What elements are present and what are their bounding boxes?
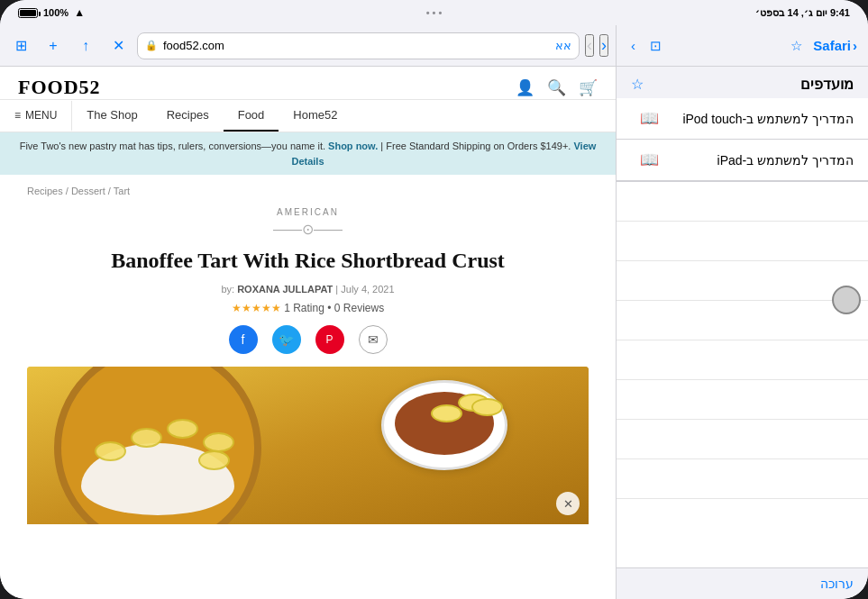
site-header: FOOD52 👤 🔍 🛒 (0, 67, 616, 100)
sidebar-star-icon: ☆ (631, 76, 644, 93)
wifi-icon: ▲ (74, 6, 85, 19)
sidebar-item-ipod-label: המדריך למשתמש ב-iPod touch (682, 112, 854, 126)
author-name: ROXANA JULLAPAT (237, 284, 333, 295)
empty-line-5 (617, 340, 868, 380)
new-tab-button[interactable]: + (40, 32, 67, 59)
search-icon[interactable]: 🔍 (547, 78, 566, 97)
cart-icon[interactable]: 🛒 (579, 78, 598, 97)
social-share: f 🐦 P ✉ (27, 325, 589, 354)
rating-stars: ★★★★★ (232, 302, 281, 314)
safari-arrow-icon: › (853, 38, 857, 53)
article-rating: ★★★★★ 1 Rating • 0 Reviews (27, 302, 589, 314)
battery-percent: 100% (43, 7, 69, 18)
breadcrumb: Recipes / Dessert / Tart (27, 186, 589, 196)
article-decoration: ——⊙—— (27, 221, 589, 238)
nav-home52[interactable]: Home52 (279, 100, 352, 132)
user-icon[interactable]: 👤 (516, 78, 535, 97)
status-left: 100% ▲ (18, 6, 85, 19)
sidebar-toolbar-left: ‹ ⊡ (627, 34, 665, 58)
site-nav: ≡ MENU The Shop Recipes Food Home52 (0, 100, 616, 132)
sidebar-toolbar: ‹ ⊡ ☆ Safari › (617, 25, 868, 67)
sidebar-empty-lines (617, 181, 868, 567)
email-share-button[interactable]: ✉ (359, 325, 388, 354)
nav-the-shop[interactable]: The Shop (72, 100, 151, 132)
article-title: Banoffee Tart With Rice Shortbread Crust (27, 247, 589, 275)
status-dots: • • • (426, 7, 443, 18)
facebook-share-button[interactable]: f (229, 325, 258, 354)
tabs-button[interactable]: ⊞ (7, 32, 34, 59)
article-meta: by: ROXANA JULLAPAT | July 4, 2021 (27, 284, 589, 295)
empty-line-8 (617, 459, 868, 499)
sidebar-content: מועדפים ☆ המדריך למשתמש ב-iPod touch 📖 ה… (617, 67, 868, 599)
sidebar-section-header: מועדפים ☆ (617, 67, 868, 98)
sidebar-toggle-button[interactable]: ⊡ (646, 34, 665, 58)
promo-banner: Five Two's new pastry mat has tips, rule… (0, 132, 616, 175)
sidebar-item-ipad-label: המדריך למשתמש ב-iPad (717, 153, 854, 168)
url-bar[interactable]: 🔒 food52.com אא (137, 32, 580, 59)
sidebar-item-ipod-icon: 📖 (640, 109, 659, 128)
battery-icon (18, 8, 38, 18)
empty-line-2 (617, 222, 868, 261)
nav-menu[interactable]: ≡ MENU (0, 101, 72, 132)
empty-line-7 (617, 420, 868, 459)
empty-line-6 (617, 380, 868, 420)
twitter-share-button[interactable]: 🐦 (272, 325, 301, 354)
menu-icon: ≡ (14, 109, 21, 122)
close-tab-button[interactable]: ✕ (105, 32, 132, 59)
home-button[interactable] (832, 286, 861, 314)
sidebar-item-ipad[interactable]: המדריך למשתמש ב-iPad 📖 (617, 140, 868, 181)
pinterest-share-button[interactable]: P (315, 325, 344, 354)
empty-line-1 (617, 182, 868, 222)
url-text: food52.com (163, 39, 224, 52)
sidebar-back-button[interactable]: ‹ (627, 34, 639, 57)
reviews-count[interactable]: 0 Reviews (334, 302, 384, 314)
sidebar-item-ipad-icon: 📖 (640, 150, 659, 169)
menu-label: MENU (25, 109, 57, 122)
forward-button[interactable]: › (599, 34, 608, 57)
empty-line-3 (617, 261, 868, 301)
main-area: ⊞ + ↑ ✕ 🔒 food52.com אא ‹ › FOOD52 👤 (0, 25, 868, 599)
sidebar-section-title: מועדפים (800, 76, 854, 93)
edit-button[interactable]: ערוכה (820, 576, 854, 591)
sidebar-item-ipod[interactable]: המדריך למשתמש ב-iPod touch 📖 (617, 98, 868, 140)
by-label: by: (221, 284, 234, 295)
status-bar: 100% ▲ • • • 9:41 יום ג׳, 14 בספט׳ (0, 0, 868, 25)
shop-now-link[interactable]: Shop now. (328, 141, 378, 151)
nav-recipes[interactable]: Recipes (152, 100, 224, 132)
article-date: July 4, 2021 (341, 284, 394, 295)
nav-food[interactable]: Food (224, 100, 279, 132)
bookmarks-button[interactable]: ☆ (787, 34, 806, 58)
status-date: יום ג׳, 14 בספט׳ (755, 7, 826, 19)
back-button[interactable]: ‹ (585, 34, 594, 57)
article-category: AMERICAN (27, 207, 589, 217)
close-overlay-button[interactable]: ✕ (556, 492, 580, 515)
share-button[interactable]: ↑ (72, 32, 99, 59)
sidebar-toolbar-right: ☆ Safari › (787, 34, 857, 58)
browser-area: ⊞ + ↑ ✕ 🔒 food52.com אא ‹ › FOOD52 👤 (0, 25, 616, 599)
safari-label[interactable]: Safari › (813, 38, 857, 53)
website-content: FOOD52 👤 🔍 🛒 ≡ MENU The Shop Recipes (0, 67, 616, 599)
status-right: 9:41 יום ג׳, 14 בספט׳ (755, 7, 850, 19)
site-logo: FOOD52 (18, 76, 101, 99)
article-area: Recipes / Dessert / Tart AMERICAN ——⊙—— … (0, 175, 616, 599)
ipad-frame: 100% ▲ • • • 9:41 יום ג׳, 14 בספט׳ ⊞ + ↑… (0, 0, 868, 599)
status-time: 9:41 (830, 7, 850, 18)
sidebar-panel: ‹ ⊡ ☆ Safari › מועדפים ☆ (616, 25, 868, 599)
header-icons: 👤 🔍 🛒 (516, 78, 598, 97)
empty-line-4 (617, 301, 868, 340)
browser-toolbar: ⊞ + ↑ ✕ 🔒 food52.com אא ‹ › (0, 25, 616, 67)
lock-icon: 🔒 (145, 40, 158, 51)
aa-button[interactable]: אא (555, 39, 571, 52)
sidebar-footer: ערוכה (617, 567, 868, 599)
article-image: ✕ (27, 367, 589, 524)
rating-count[interactable]: 1 Rating (284, 302, 324, 314)
